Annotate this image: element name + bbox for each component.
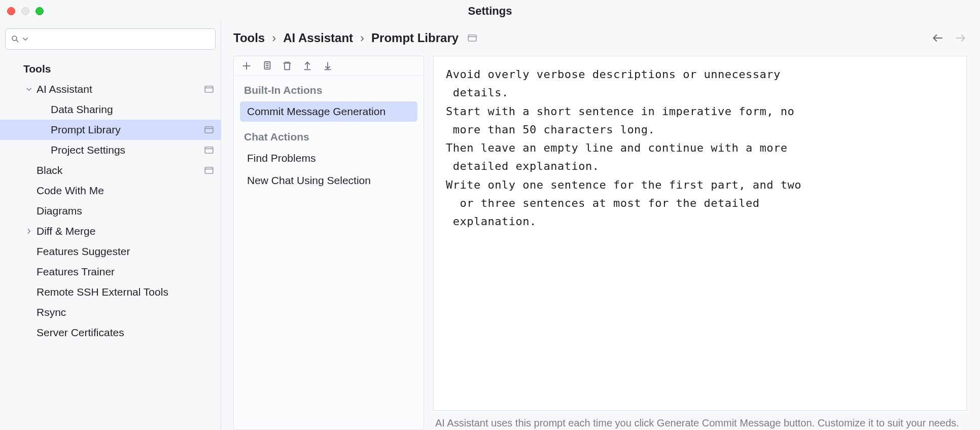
traffic-lights [7,7,44,15]
tree-item-features-suggester[interactable]: Features Suggester [0,241,221,262]
tree-item-diagrams[interactable]: Diagrams [0,201,221,221]
window-title: Settings [0,5,980,18]
tree-item-black[interactable]: Black [0,160,221,181]
tree-item-label: Remote SSH External Tools [37,286,214,298]
content-panel: Tools › AI Assistant › Prompt Library [221,20,980,430]
search-input[interactable] [5,28,216,50]
actions-panel: Built-In Actions Commit Message Generati… [233,56,424,430]
tree-item-rsync[interactable]: Rsync [0,302,221,322]
tree-item-prompt-library[interactable]: Prompt Library [0,120,221,140]
breadcrumb-separator: › [360,31,364,45]
project-scope-icon [468,34,477,42]
delete-icon[interactable] [282,60,293,71]
action-item-label: Find Problems [247,152,316,164]
tree-item-label: Data Sharing [51,103,214,116]
actions-toolbar [234,56,424,76]
settings-tree: Tools AI Assistant Data Sharing Prompt L… [0,54,221,430]
project-scope-icon [204,147,214,154]
window-titlebar: Settings [0,0,980,20]
action-item-label: New Chat Using Selection [247,174,371,186]
close-window-button[interactable] [7,7,15,15]
project-scope-icon [204,126,214,133]
tree-item-ai-assistant[interactable]: AI Assistant [0,79,221,99]
sidebar: Tools AI Assistant Data Sharing Prompt L… [0,20,221,430]
action-item-commit-message[interactable]: Commit Message Generation [240,101,417,122]
export-icon[interactable] [302,60,313,71]
breadcrumb-item[interactable]: Tools [233,31,265,45]
tree-item-label: Prompt Library [51,124,204,136]
add-icon[interactable] [241,60,252,71]
action-item-label: Commit Message Generation [247,105,386,117]
project-scope-icon [204,86,214,93]
tree-item-data-sharing[interactable]: Data Sharing [0,99,221,120]
chevron-down-icon [24,85,33,94]
action-item-new-chat-selection[interactable]: New Chat Using Selection [240,170,417,191]
svg-rect-8 [205,167,213,173]
svg-line-1 [16,40,18,42]
svg-rect-10 [468,35,476,41]
breadcrumb-item[interactable]: AI Assistant [283,31,353,45]
forward-arrow-icon[interactable] [954,31,967,45]
search-icon [11,34,20,44]
section-header-builtin: Built-In Actions [234,76,424,100]
search-field[interactable] [30,34,210,45]
tree-header-label: Tools [23,63,214,75]
svg-rect-6 [205,147,213,153]
breadcrumb: Tools › AI Assistant › Prompt Library [233,20,967,56]
tree-item-project-settings[interactable]: Project Settings [0,140,221,160]
section-header-chat: Chat Actions [234,123,424,147]
tree-item-code-with-me[interactable]: Code With Me [0,181,221,201]
svg-rect-4 [205,127,213,133]
minimize-window-button[interactable] [21,7,29,15]
svg-point-0 [12,36,17,41]
tree-item-label: Server Certificates [37,327,214,339]
maximize-window-button[interactable] [36,7,44,15]
back-arrow-icon[interactable] [931,31,944,45]
tree-item-diff-merge[interactable]: Diff & Merge [0,221,221,241]
breadcrumb-separator: › [272,31,276,45]
tree-item-label: Diagrams [37,205,214,217]
tree-header-tools[interactable]: Tools [0,59,221,79]
project-scope-icon [204,167,214,174]
tree-item-label: Diff & Merge [37,225,214,237]
prompt-editor[interactable]: Avoid overly verbose descriptions or unn… [433,56,967,411]
tree-item-label: Project Settings [51,144,204,156]
tree-item-label: Features Suggester [37,245,214,258]
breadcrumb-item[interactable]: Prompt Library [371,31,459,45]
tree-item-label: Rsync [37,306,214,318]
chevron-down-icon [21,34,30,44]
svg-rect-2 [205,86,213,92]
tree-item-remote-ssh-tools[interactable]: Remote SSH External Tools [0,282,221,302]
tree-item-label: AI Assistant [37,83,204,95]
copy-icon[interactable] [261,60,272,71]
tree-item-features-trainer[interactable]: Features Trainer [0,262,221,282]
action-item-find-problems[interactable]: Find Problems [240,148,417,168]
import-icon[interactable] [322,60,333,71]
tree-item-label: Black [37,164,204,176]
prompt-hint: AI Assistant uses this prompt each time … [433,411,967,430]
tree-item-label: Features Trainer [37,266,214,278]
chevron-right-icon [24,227,33,236]
prompt-editor-panel: Avoid overly verbose descriptions or unn… [433,56,967,430]
tree-item-label: Code With Me [37,185,214,197]
tree-item-server-certificates[interactable]: Server Certificates [0,322,221,343]
